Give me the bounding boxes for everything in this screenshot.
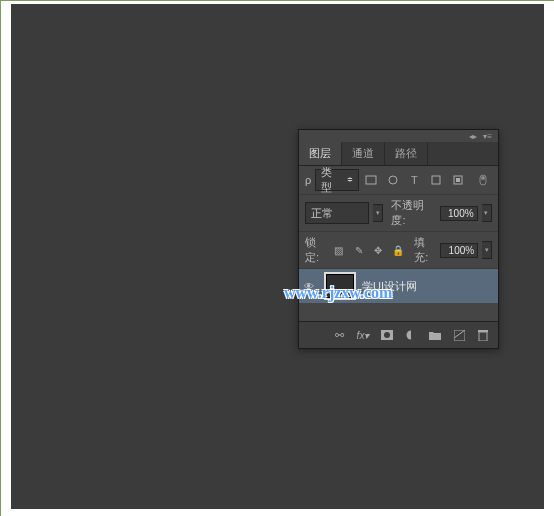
trash-icon[interactable]: [474, 326, 492, 344]
svg-point-1: [389, 176, 397, 184]
layers-panel: ◂▸ ▾≡ 图层 通道 路径 ρ 类型 ≑ T 正常 ▾: [298, 129, 499, 349]
opacity-dropdown-icon[interactable]: ▾: [482, 204, 492, 222]
svg-rect-12: [478, 330, 488, 332]
svg-rect-2: [432, 176, 440, 184]
filter-pixel-icon[interactable]: [363, 171, 381, 189]
filter-smart-icon[interactable]: [449, 171, 467, 189]
tab-paths[interactable]: 路径: [385, 142, 428, 165]
fill-dropdown-icon[interactable]: ▾: [482, 241, 492, 259]
filter-label: 类型: [321, 165, 342, 195]
blend-mode-dropdown-icon[interactable]: ▾: [373, 204, 383, 222]
svg-rect-11: [479, 332, 487, 341]
tab-channels[interactable]: 通道: [342, 142, 385, 165]
fill-value[interactable]: 100%: [440, 243, 478, 258]
blend-row: 正常 ▾ 不透明度: 100% ▾: [299, 195, 498, 232]
lock-pixels-icon[interactable]: ✎: [351, 241, 367, 259]
filter-search-icon: ρ: [305, 174, 311, 186]
panel-titlebar: ◂▸ ▾≡: [299, 130, 498, 142]
app-frame: ◂▸ ▾≡ 图层 通道 路径 ρ 类型 ≑ T 正常 ▾: [0, 0, 554, 516]
lock-all-icon[interactable]: 🔒: [390, 241, 406, 259]
panel-tabs: 图层 通道 路径: [299, 142, 498, 166]
svg-point-8: [384, 332, 390, 338]
filter-type-icon[interactable]: T: [406, 171, 424, 189]
filter-type-select[interactable]: 类型 ≑: [315, 169, 358, 191]
link-icon[interactable]: ⚯: [330, 326, 348, 344]
lock-transparency-icon[interactable]: ▨: [331, 241, 347, 259]
fill-label: 填充:: [414, 235, 436, 265]
lock-position-icon[interactable]: ✥: [371, 241, 387, 259]
blend-mode-value: 正常: [311, 206, 333, 221]
panel-footer: ⚯ fx▾: [299, 321, 498, 348]
filter-row: ρ 类型 ≑ T: [299, 166, 498, 195]
mask-icon[interactable]: [378, 326, 396, 344]
watermark-text: www.rjzxw.com: [284, 284, 392, 302]
svg-rect-4: [456, 178, 460, 182]
group-icon[interactable]: [426, 326, 444, 344]
blend-mode-select[interactable]: 正常: [305, 202, 369, 224]
panel-menu-icon[interactable]: ▾≡: [483, 132, 492, 141]
opacity-value[interactable]: 100%: [440, 206, 478, 221]
svg-rect-0: [366, 176, 376, 184]
collapse-icon[interactable]: ◂▸: [469, 132, 477, 141]
filter-toggle-icon[interactable]: [474, 171, 492, 189]
tab-layers[interactable]: 图层: [299, 142, 342, 165]
filter-adjust-icon[interactable]: [384, 171, 402, 189]
filter-shape-icon[interactable]: [427, 171, 445, 189]
lock-label: 锁定:: [305, 235, 327, 265]
chevron-down-icon: ≑: [347, 176, 353, 184]
fx-icon[interactable]: fx▾: [354, 326, 372, 344]
adjustment-icon[interactable]: [402, 326, 420, 344]
new-layer-icon[interactable]: [450, 326, 468, 344]
svg-rect-6: [481, 176, 485, 180]
opacity-label: 不透明度:: [391, 198, 435, 228]
lock-row: 锁定: ▨ ✎ ✥ 🔒 填充: 100% ▾: [299, 232, 498, 269]
